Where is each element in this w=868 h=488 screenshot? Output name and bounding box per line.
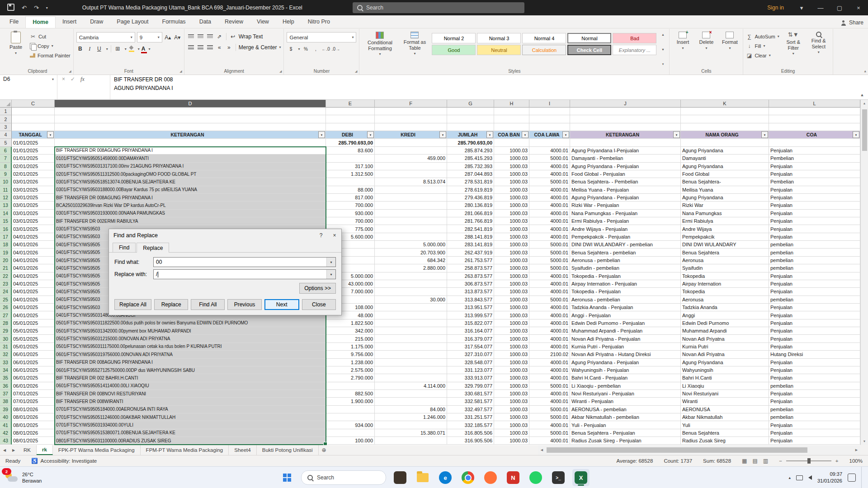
cell-G7[interactable]: 285.415.293 [447,155,494,162]
cell-F43[interactable] [375,437,447,445]
cell-E41[interactable]: 934.000 [326,421,375,429]
cell-I14[interactable]: 4000.01 [529,210,570,217]
cell-F36[interactable]: 4.114.000 [375,382,447,390]
new-sheet-button[interactable]: ⊕ [319,445,330,455]
cell-I18[interactable]: 5000.01 [529,241,570,249]
cell-F37[interactable] [375,390,447,398]
cell-J30[interactable]: Novan Adi Priyatna - Penjualan [570,335,681,343]
cell-I17[interactable]: 4000.01 [529,233,570,241]
cell-I31[interactable]: 4000.01 [529,343,570,351]
cell-K20[interactable]: Aeronusa [681,257,769,264]
options-button[interactable]: Options >> [299,283,336,294]
cell-K36[interactable]: Li Xiaoqiu [681,382,769,390]
borders-icon[interactable]: ⊞ [114,45,122,53]
cell-H13[interactable]: 1000.03 [494,202,529,209]
cell-G16[interactable]: 282.541.819 [447,225,494,233]
cell-L41[interactable]: Penjualan [769,421,860,429]
cell-F16[interactable] [375,225,447,233]
cell-L23[interactable]: Penjualan [769,280,860,288]
row-header-1[interactable]: 1 [0,108,12,115]
cell-H41[interactable]: 1000.03 [494,421,529,429]
cell-L2[interactable] [769,115,860,123]
next-button[interactable]: Next [264,299,299,310]
cell-I4[interactable]: COA LAWA▼ [529,131,570,139]
copy-button[interactable]: Copy ▾ [30,42,71,50]
cell-C17[interactable]: 04/01/2025 [12,233,55,241]
sheet-tab-rk[interactable]: rk [37,445,53,455]
row-header-9[interactable]: 9 [0,170,12,178]
cell-K2[interactable] [681,115,769,123]
cell-E31[interactable]: 1.175.000 [326,343,375,351]
cell-D28[interactable]: 0501/FTSCY/WS950311822500.00dus putih po… [55,319,326,327]
cell-J25[interactable]: Aeronusa - pembelian [570,296,681,304]
row-header-8[interactable]: 8 [0,163,12,170]
cell-H30[interactable]: 1000.03 [494,335,529,343]
cell-K15[interactable]: Ermi Rabiulya [681,217,769,225]
row-header-42[interactable]: 42 [0,429,12,437]
cell-K42[interactable]: Benua Sejahtera [681,429,769,437]
cell-G21[interactable]: 258.873.577 [447,264,494,272]
cell-H14[interactable]: 1000.03 [494,210,529,217]
zoom-in-icon[interactable]: + [835,458,839,464]
format-cells-button[interactable]: Format ▾ [719,30,740,67]
cell-K38[interactable]: Wiranti [681,398,769,405]
cell-G13[interactable]: 280.136.819 [447,202,494,209]
ribbon-display-options-icon[interactable]: ▾ [792,0,811,15]
cell-K7[interactable]: Damayanti [681,155,769,162]
cell-L29[interactable]: Penjualan [769,327,860,335]
row-header-7[interactable]: 7 [0,155,12,162]
cell-I27[interactable]: 4000.01 [529,311,570,319]
sheet-tab-fpk-pt-warna-media-packaging[interactable]: FPK-PT Warna Media Packaging [53,445,141,455]
autosum-button[interactable]: ∑ AutoSum ▾ [746,32,779,41]
cell-C14[interactable]: 03/01/2025 [12,210,55,217]
cell-J24[interactable]: Tokopedia - Penjualan [570,288,681,296]
column-header-F[interactable]: F [375,99,447,108]
cell-D9[interactable]: 0201/FTSCY/WS950511312500.00packagingOMO… [55,170,326,178]
row-header-38[interactable]: 38 [0,398,12,405]
replace-all-button[interactable]: Replace All [114,299,151,310]
cell-I42[interactable]: 5000.01 [529,429,570,437]
cell-C40[interactable]: 08/01/2026 [12,413,55,421]
cell-F35[interactable] [375,374,447,382]
cell-C34[interactable]: 06/01/2025 [12,366,55,374]
cell-C5[interactable]: 01/01/2025 [12,139,55,146]
horizontal-scrollbar[interactable]: ◀ ▶ [538,445,860,455]
cell-D14[interactable]: 0301/FTSCY/WS95031930000.00NANA PAMUNGKA… [55,210,326,217]
cell-K17[interactable]: Pempekpakcik [681,233,769,241]
page-layout-view-icon[interactable]: ▤ [752,458,757,464]
cell-D37[interactable]: BIF TRANSFER DR 008NOVI RESTURIYANI [55,390,326,398]
ribbon-tab-home[interactable]: Home [25,16,56,28]
row-header-14[interactable]: 14 [0,210,12,217]
cell-H32[interactable]: 1000.03 [494,351,529,358]
fill-button[interactable]: ↓ Fill ▾ [746,42,779,50]
cell-I11[interactable]: 4000.01 [529,186,570,194]
cell-D1[interactable] [55,108,326,115]
formula-enter-icon[interactable]: ✓ [71,76,75,82]
cell-K12[interactable]: Agung Priyandana [681,194,769,202]
cell-L22[interactable]: Penjualan [769,272,860,280]
cell-H28[interactable]: 1000.03 [494,319,529,327]
cell-I9[interactable]: 4000.01 [529,170,570,178]
cell-I25[interactable]: 5000.01 [529,296,570,304]
column-header-K[interactable]: K [681,99,769,108]
cell-L15[interactable]: Penjualan [769,217,860,225]
decrease-indent-icon[interactable]: « [216,43,223,52]
zoom-slider[interactable] [786,460,831,461]
fill-color-icon[interactable] [128,46,135,52]
cell-L10[interactable]: Pembelian [769,178,860,186]
cell-L25[interactable]: pembelian [769,296,860,304]
cell-L12[interactable]: Penjualan [769,194,860,202]
cell-I34[interactable]: 4000.01 [529,366,570,374]
row-header-4[interactable]: 4 [0,131,12,139]
cell-J18[interactable]: DINI DWI WULANDARY - pembelian [570,241,681,249]
filter-D-icon[interactable]: ▼ [318,131,325,138]
chrome-button[interactable] [459,469,476,486]
row-header-41[interactable]: 41 [0,421,12,429]
cell-I23[interactable]: 4000.01 [529,280,570,288]
row-header-32[interactable]: 32 [0,351,12,358]
row-header-3[interactable]: 3 [0,123,12,131]
find-what-dropdown-icon[interactable]: ▾ [326,258,335,267]
cell-K37[interactable]: Novi Resturiyani [681,390,769,398]
cell-F3[interactable] [375,123,447,131]
cell-L21[interactable]: pembelian [769,264,860,272]
